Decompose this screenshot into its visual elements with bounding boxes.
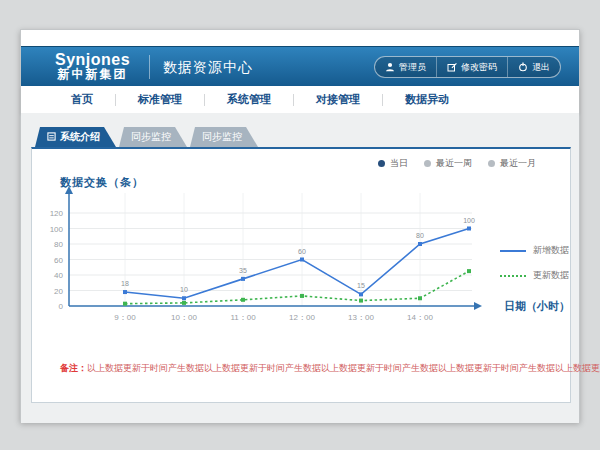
svg-text:100: 100 (50, 225, 64, 234)
svg-text:120: 120 (50, 209, 64, 218)
main-nav: 首页 标准管理 系统管理 对接管理 数据异动 (21, 86, 579, 113)
nav-item-home[interactable]: 首页 (49, 92, 115, 107)
tab-system-intro-label: 系统介绍 (60, 130, 100, 144)
brand-logo-text: Synjones (55, 51, 130, 68)
app-header: Synjones 新中新集团 数据资源中心 管理员 修改密码 退出 (21, 46, 579, 86)
chart-card: 当日 最近一周 最近一月 数据交换（条） 0204060801001209：00… (31, 147, 571, 403)
svg-text:10: 10 (180, 286, 188, 293)
footnote-label: 备注： (60, 363, 87, 373)
edit-icon (447, 62, 457, 72)
logout-button[interactable]: 退出 (507, 57, 560, 77)
page: Synjones 新中新集团 数据资源中心 管理员 修改密码 退出 首页 标准管… (20, 29, 580, 422)
user-menu-admin-label: 管理员 (399, 61, 426, 74)
svg-text:80: 80 (416, 232, 424, 239)
svg-text:14：00: 14：00 (407, 313, 433, 322)
green-dotted-line-sample (500, 275, 526, 277)
tab-sync-monitor-1[interactable]: 同步监控 (119, 127, 187, 147)
svg-text:15: 15 (357, 282, 365, 289)
legend-item-new-data: 新增数据 (500, 244, 569, 257)
svg-text:60: 60 (54, 256, 63, 265)
tab-sync-monitor-1-label: 同步监控 (131, 130, 171, 144)
document-icon (47, 132, 56, 143)
svg-text:0: 0 (59, 302, 64, 311)
user-menu-admin[interactable]: 管理员 (375, 57, 436, 77)
user-menu: 管理员 修改密码 退出 (374, 56, 561, 78)
blue-line-sample (500, 250, 526, 252)
nav-item-standard-mgmt[interactable]: 标准管理 (116, 92, 204, 107)
power-icon (518, 62, 528, 72)
chart-svg: 0204060801001209：0010：0011：0012：0013：001… (32, 149, 572, 379)
app-title: 数据资源中心 (163, 59, 253, 77)
change-password-button[interactable]: 修改密码 (436, 57, 507, 77)
svg-text:80: 80 (54, 240, 63, 249)
legend-item-updated-data: 更新数据 (500, 269, 569, 282)
tab-sync-monitor-2-label: 同步监控 (202, 130, 242, 144)
tab-sync-monitor-2[interactable]: 同步监控 (190, 127, 258, 147)
tab-system-intro[interactable]: 系统介绍 (35, 127, 116, 147)
svg-text:10：00: 10：00 (171, 313, 197, 322)
svg-text:35: 35 (239, 267, 247, 274)
svg-text:11：00: 11：00 (230, 313, 256, 322)
nav-item-system-mgmt[interactable]: 系统管理 (205, 92, 293, 107)
svg-text:12：00: 12：00 (289, 313, 315, 322)
nav-item-data-change[interactable]: 数据异动 (383, 92, 471, 107)
svg-text:100: 100 (463, 217, 475, 224)
footnote-text: 以上数据更新于时间产生数据以上数据更新于时间产生数据以上数据更新于时间产生数据以… (87, 363, 600, 373)
tab-bar: 系统介绍 同步监控 同步监控 (35, 127, 261, 147)
content-area: 系统介绍 同步监控 同步监控 当日 最近一周 (21, 113, 579, 423)
brand-divider (149, 55, 150, 79)
legend-updated-data-label: 更新数据 (533, 269, 569, 282)
x-axis-title: 日期（小时） (504, 299, 570, 314)
chart-legend: 新增数据 更新数据 (500, 244, 569, 282)
svg-text:9：00: 9：00 (114, 313, 136, 322)
legend-new-data-label: 新增数据 (533, 244, 569, 257)
svg-text:20: 20 (54, 287, 63, 296)
svg-text:18: 18 (121, 280, 129, 287)
nav-item-interface-mgmt[interactable]: 对接管理 (294, 92, 382, 107)
svg-text:60: 60 (298, 248, 306, 255)
change-password-label: 修改密码 (461, 61, 497, 74)
footnote: 备注：以上数据更新于时间产生数据以上数据更新于时间产生数据以上数据更新于时间产生… (60, 362, 600, 375)
logout-label: 退出 (532, 61, 550, 74)
svg-text:40: 40 (54, 271, 63, 280)
brand-company-name: 新中新集团 (55, 68, 130, 81)
brand-logo: Synjones 新中新集团 (55, 51, 130, 81)
line-chart: 0204060801001209：0010：0011：0012：0013：001… (32, 149, 572, 379)
user-icon (385, 62, 395, 72)
svg-text:13：00: 13：00 (348, 313, 374, 322)
